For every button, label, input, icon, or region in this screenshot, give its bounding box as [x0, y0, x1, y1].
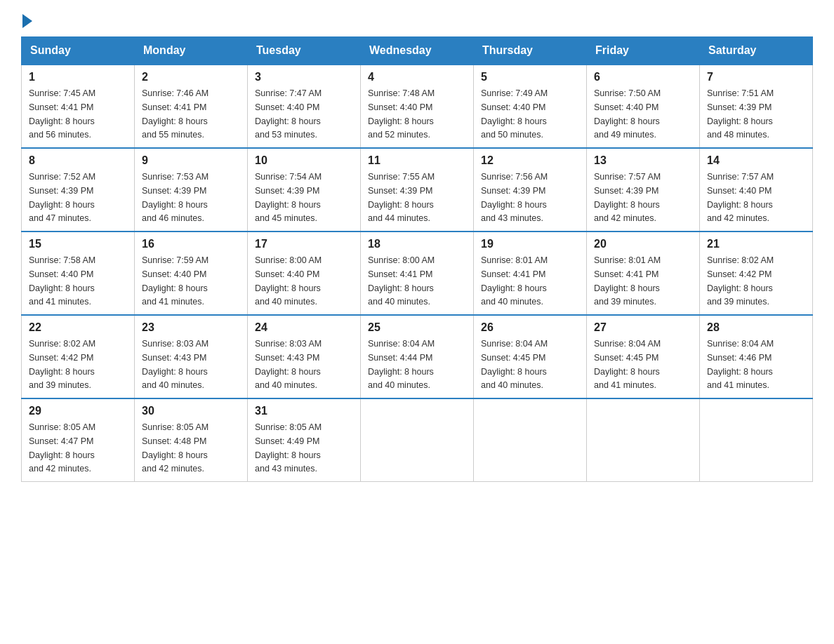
day-info: Sunrise: 8:00 AMSunset: 4:40 PMDaylight:…: [255, 255, 322, 307]
day-number: 5: [481, 71, 579, 83]
page-header: [21, 14, 813, 22]
day-info: Sunrise: 8:00 AMSunset: 4:41 PMDaylight:…: [368, 255, 435, 307]
logo-arrow-icon: [22, 14, 32, 28]
day-of-week-header: Wednesday: [361, 37, 474, 65]
calendar-day-cell: 13 Sunrise: 7:57 AMSunset: 4:39 PMDaylig…: [587, 148, 700, 232]
day-info: Sunrise: 7:46 AMSunset: 4:41 PMDaylight:…: [142, 88, 208, 140]
day-info: Sunrise: 7:57 AMSunset: 4:40 PMDaylight:…: [707, 172, 774, 223]
day-info: Sunrise: 7:49 AMSunset: 4:40 PMDaylight:…: [481, 88, 548, 140]
day-number: 13: [594, 154, 692, 167]
calendar-week-row: 8 Sunrise: 7:52 AMSunset: 4:39 PMDayligh…: [22, 148, 813, 232]
day-number: 25: [368, 321, 466, 334]
day-info: Sunrise: 8:01 AMSunset: 4:41 PMDaylight:…: [481, 255, 548, 307]
day-of-week-header: Tuesday: [248, 37, 361, 65]
day-info: Sunrise: 8:03 AMSunset: 4:43 PMDaylight:…: [142, 339, 208, 390]
day-number: 21: [707, 238, 805, 250]
calendar-day-cell: [474, 398, 587, 482]
day-info: Sunrise: 8:04 AMSunset: 4:44 PMDaylight:…: [368, 339, 435, 390]
day-info: Sunrise: 8:04 AMSunset: 4:45 PMDaylight:…: [594, 339, 661, 390]
day-info: Sunrise: 7:48 AMSunset: 4:40 PMDaylight:…: [368, 88, 435, 140]
day-number: 20: [594, 238, 692, 250]
day-info: Sunrise: 7:54 AMSunset: 4:39 PMDaylight:…: [255, 172, 322, 223]
calendar-day-cell: 4 Sunrise: 7:48 AMSunset: 4:40 PMDayligh…: [361, 65, 474, 148]
calendar-day-cell: 20 Sunrise: 8:01 AMSunset: 4:41 PMDaylig…: [587, 232, 700, 315]
day-number: 9: [142, 154, 240, 167]
calendar-day-cell: 10 Sunrise: 7:54 AMSunset: 4:39 PMDaylig…: [248, 148, 361, 232]
calendar-day-cell: 8 Sunrise: 7:52 AMSunset: 4:39 PMDayligh…: [22, 148, 135, 232]
day-number: 26: [481, 321, 579, 334]
day-of-week-header: Monday: [135, 37, 248, 65]
day-info: Sunrise: 8:05 AMSunset: 4:47 PMDaylight:…: [29, 422, 95, 474]
calendar-day-cell: 2 Sunrise: 7:46 AMSunset: 4:41 PMDayligh…: [135, 65, 248, 148]
calendar-day-cell: 6 Sunrise: 7:50 AMSunset: 4:40 PMDayligh…: [587, 65, 700, 148]
day-number: 2: [142, 71, 240, 83]
calendar-day-cell: [587, 398, 700, 482]
day-info: Sunrise: 7:50 AMSunset: 4:40 PMDaylight:…: [594, 88, 661, 140]
calendar-day-cell: 23 Sunrise: 8:03 AMSunset: 4:43 PMDaylig…: [135, 315, 248, 398]
day-number: 19: [481, 238, 579, 250]
calendar-day-cell: 3 Sunrise: 7:47 AMSunset: 4:40 PMDayligh…: [248, 65, 361, 148]
calendar-day-cell: [700, 398, 813, 482]
calendar-day-cell: 29 Sunrise: 8:05 AMSunset: 4:47 PMDaylig…: [22, 398, 135, 482]
calendar-day-cell: 22 Sunrise: 8:02 AMSunset: 4:42 PMDaylig…: [22, 315, 135, 398]
day-info: Sunrise: 7:51 AMSunset: 4:39 PMDaylight:…: [707, 88, 774, 140]
day-info: Sunrise: 8:02 AMSunset: 4:42 PMDaylight:…: [707, 255, 774, 307]
day-number: 3: [255, 71, 353, 83]
day-info: Sunrise: 7:55 AMSunset: 4:39 PMDaylight:…: [368, 172, 435, 223]
calendar-week-row: 22 Sunrise: 8:02 AMSunset: 4:42 PMDaylig…: [22, 315, 813, 398]
calendar-day-cell: 12 Sunrise: 7:56 AMSunset: 4:39 PMDaylig…: [474, 148, 587, 232]
calendar-day-cell: 5 Sunrise: 7:49 AMSunset: 4:40 PMDayligh…: [474, 65, 587, 148]
day-number: 30: [142, 405, 240, 417]
calendar-day-cell: 24 Sunrise: 8:03 AMSunset: 4:43 PMDaylig…: [248, 315, 361, 398]
calendar-day-cell: [361, 398, 474, 482]
day-of-week-header: Saturday: [700, 37, 813, 65]
day-number: 11: [368, 154, 466, 167]
day-info: Sunrise: 7:57 AMSunset: 4:39 PMDaylight:…: [594, 172, 661, 223]
calendar-day-cell: 1 Sunrise: 7:45 AMSunset: 4:41 PMDayligh…: [22, 65, 135, 148]
calendar-day-cell: 26 Sunrise: 8:04 AMSunset: 4:45 PMDaylig…: [474, 315, 587, 398]
day-info: Sunrise: 8:04 AMSunset: 4:46 PMDaylight:…: [707, 339, 774, 390]
calendar-day-cell: 11 Sunrise: 7:55 AMSunset: 4:39 PMDaylig…: [361, 148, 474, 232]
day-number: 16: [142, 238, 240, 250]
calendar-day-cell: 7 Sunrise: 7:51 AMSunset: 4:39 PMDayligh…: [700, 65, 813, 148]
day-number: 14: [707, 154, 805, 167]
day-info: Sunrise: 7:58 AMSunset: 4:40 PMDaylight:…: [29, 255, 95, 307]
calendar-week-row: 1 Sunrise: 7:45 AMSunset: 4:41 PMDayligh…: [22, 65, 813, 148]
day-info: Sunrise: 7:47 AMSunset: 4:40 PMDaylight:…: [255, 88, 322, 140]
calendar-week-row: 29 Sunrise: 8:05 AMSunset: 4:47 PMDaylig…: [22, 398, 813, 482]
calendar-day-cell: 31 Sunrise: 8:05 AMSunset: 4:49 PMDaylig…: [248, 398, 361, 482]
day-number: 31: [255, 405, 353, 417]
day-number: 6: [594, 71, 692, 83]
day-number: 7: [707, 71, 805, 83]
day-info: Sunrise: 8:04 AMSunset: 4:45 PMDaylight:…: [481, 339, 548, 390]
day-number: 23: [142, 321, 240, 334]
day-info: Sunrise: 7:45 AMSunset: 4:41 PMDaylight:…: [29, 88, 95, 140]
calendar-day-cell: 19 Sunrise: 8:01 AMSunset: 4:41 PMDaylig…: [474, 232, 587, 315]
calendar-day-cell: 17 Sunrise: 8:00 AMSunset: 4:40 PMDaylig…: [248, 232, 361, 315]
calendar-day-cell: 30 Sunrise: 8:05 AMSunset: 4:48 PMDaylig…: [135, 398, 248, 482]
day-header-row: SundayMondayTuesdayWednesdayThursdayFrid…: [22, 37, 813, 65]
day-info: Sunrise: 7:56 AMSunset: 4:39 PMDaylight:…: [481, 172, 548, 223]
calendar-day-cell: 25 Sunrise: 8:04 AMSunset: 4:44 PMDaylig…: [361, 315, 474, 398]
calendar-day-cell: 14 Sunrise: 7:57 AMSunset: 4:40 PMDaylig…: [700, 148, 813, 232]
calendar-day-cell: 27 Sunrise: 8:04 AMSunset: 4:45 PMDaylig…: [587, 315, 700, 398]
day-number: 1: [29, 71, 127, 83]
day-of-week-header: Friday: [587, 37, 700, 65]
day-of-week-header: Thursday: [474, 37, 587, 65]
day-number: 24: [255, 321, 353, 334]
calendar-day-cell: 15 Sunrise: 7:58 AMSunset: 4:40 PMDaylig…: [22, 232, 135, 315]
day-info: Sunrise: 8:01 AMSunset: 4:41 PMDaylight:…: [594, 255, 661, 307]
calendar-week-row: 15 Sunrise: 7:58 AMSunset: 4:40 PMDaylig…: [22, 232, 813, 315]
day-info: Sunrise: 8:03 AMSunset: 4:43 PMDaylight:…: [255, 339, 322, 390]
day-info: Sunrise: 8:02 AMSunset: 4:42 PMDaylight:…: [29, 339, 95, 390]
day-info: Sunrise: 8:05 AMSunset: 4:49 PMDaylight:…: [255, 422, 322, 474]
day-info: Sunrise: 7:59 AMSunset: 4:40 PMDaylight:…: [142, 255, 208, 307]
day-number: 17: [255, 238, 353, 250]
day-number: 8: [29, 154, 127, 167]
day-number: 4: [368, 71, 466, 83]
calendar-day-cell: 9 Sunrise: 7:53 AMSunset: 4:39 PMDayligh…: [135, 148, 248, 232]
calendar-day-cell: 18 Sunrise: 8:00 AMSunset: 4:41 PMDaylig…: [361, 232, 474, 315]
day-info: Sunrise: 7:52 AMSunset: 4:39 PMDaylight:…: [29, 172, 95, 223]
day-number: 12: [481, 154, 579, 167]
day-info: Sunrise: 7:53 AMSunset: 4:39 PMDaylight:…: [142, 172, 208, 223]
